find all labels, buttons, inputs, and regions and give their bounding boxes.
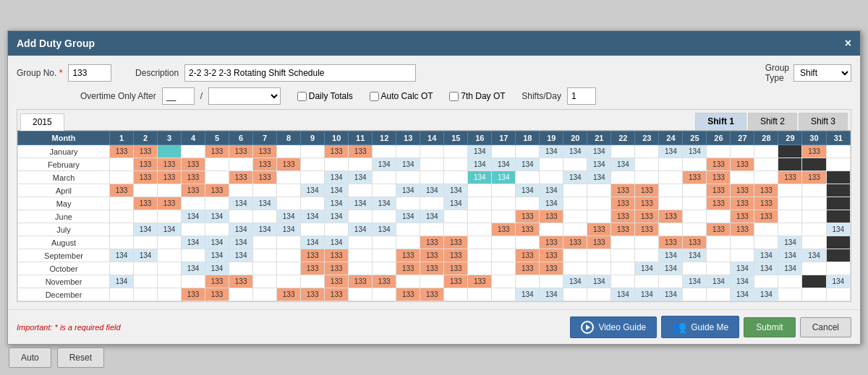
day-cell-october-8[interactable]: [277, 262, 301, 275]
day-cell-july-11[interactable]: 134: [349, 223, 373, 236]
day-cell-august-17[interactable]: [492, 236, 516, 249]
day-cell-august-1[interactable]: [110, 236, 134, 249]
day-cell-february-27[interactable]: 133: [731, 158, 754, 171]
day-cell-april-2[interactable]: [134, 184, 158, 197]
day-cell-march-12[interactable]: [373, 171, 396, 184]
day-cell-june-31[interactable]: [826, 210, 851, 223]
day-cell-october-3[interactable]: [158, 262, 182, 275]
day-cell-august-28[interactable]: [754, 236, 778, 249]
day-cell-january-13[interactable]: [396, 145, 420, 158]
day-cell-april-11[interactable]: [349, 184, 373, 197]
day-cell-december-17[interactable]: [492, 288, 516, 301]
day-cell-july-16[interactable]: [468, 223, 492, 236]
day-cell-march-6[interactable]: 133: [229, 171, 253, 184]
day-cell-february-31[interactable]: [826, 158, 851, 171]
day-cell-june-1[interactable]: [110, 210, 134, 223]
day-cell-july-13[interactable]: [396, 223, 420, 236]
day-cell-november-20[interactable]: 134: [563, 275, 587, 288]
day-cell-april-14[interactable]: 134: [420, 184, 444, 197]
day-cell-may-21[interactable]: [587, 197, 611, 210]
day-cell-october-17[interactable]: [492, 262, 516, 275]
day-cell-june-27[interactable]: 133: [731, 210, 754, 223]
day-cell-september-13[interactable]: 133: [396, 249, 420, 262]
day-cell-february-4[interactable]: 133: [182, 158, 205, 171]
day-cell-april-27[interactable]: 133: [731, 184, 754, 197]
day-cell-november-13[interactable]: [396, 275, 420, 288]
day-cell-september-19[interactable]: 133: [540, 249, 563, 262]
day-cell-may-18[interactable]: [516, 197, 540, 210]
day-cell-march-22[interactable]: [611, 171, 635, 184]
day-cell-october-19[interactable]: 133: [540, 262, 563, 275]
video-guide-button[interactable]: Video Guide: [570, 316, 657, 338]
day-cell-february-7[interactable]: 133: [253, 158, 277, 171]
day-cell-may-4[interactable]: [182, 197, 205, 210]
day-cell-july-15[interactable]: [444, 223, 468, 236]
day-cell-july-28[interactable]: [754, 223, 778, 236]
day-cell-september-27[interactable]: [731, 249, 754, 262]
day-cell-december-18[interactable]: 134: [516, 288, 540, 301]
day-cell-september-15[interactable]: 133: [444, 249, 468, 262]
day-cell-december-5[interactable]: 133: [205, 288, 229, 301]
day-cell-august-2[interactable]: [134, 236, 158, 249]
day-cell-february-29[interactable]: [778, 158, 802, 171]
day-cell-august-27[interactable]: [731, 236, 754, 249]
day-cell-march-3[interactable]: 133: [158, 171, 182, 184]
day-cell-january-24[interactable]: 134: [659, 145, 683, 158]
day-cell-april-13[interactable]: 134: [396, 184, 420, 197]
daily-totals-checkbox[interactable]: [297, 92, 307, 101]
day-cell-july-26[interactable]: 133: [707, 223, 731, 236]
day-cell-september-14[interactable]: 133: [420, 249, 444, 262]
day-cell-june-17[interactable]: [492, 210, 516, 223]
day-cell-march-31[interactable]: [826, 171, 851, 184]
group-no-input[interactable]: [68, 64, 111, 82]
day-cell-november-9[interactable]: [301, 275, 325, 288]
day-cell-july-19[interactable]: [540, 223, 563, 236]
day-cell-june-5[interactable]: 134: [205, 210, 229, 223]
day-cell-june-23[interactable]: 133: [635, 210, 659, 223]
day-cell-january-27[interactable]: [731, 145, 754, 158]
day-cell-october-2[interactable]: [134, 262, 158, 275]
day-cell-august-11[interactable]: [349, 236, 373, 249]
day-cell-june-6[interactable]: [229, 210, 253, 223]
day-cell-august-18[interactable]: [516, 236, 540, 249]
day-cell-november-3[interactable]: [158, 275, 182, 288]
day-cell-july-18[interactable]: 133: [516, 223, 540, 236]
day-cell-september-9[interactable]: 133: [301, 249, 325, 262]
day-cell-june-29[interactable]: [778, 210, 802, 223]
day-cell-may-17[interactable]: [492, 197, 516, 210]
day-cell-june-9[interactable]: 134: [301, 210, 325, 223]
day-cell-march-14[interactable]: [420, 171, 444, 184]
day-cell-may-6[interactable]: 134: [229, 197, 253, 210]
day-cell-november-2[interactable]: [134, 275, 158, 288]
day-cell-february-5[interactable]: [205, 158, 229, 171]
day-cell-december-10[interactable]: 133: [325, 288, 349, 301]
day-cell-december-8[interactable]: 133: [277, 288, 301, 301]
day-cell-august-16[interactable]: [468, 236, 492, 249]
day-cell-june-3[interactable]: [158, 210, 182, 223]
day-cell-july-5[interactable]: [205, 223, 229, 236]
day-cell-november-10[interactable]: 133: [325, 275, 349, 288]
day-cell-august-21[interactable]: 133: [587, 236, 611, 249]
day-cell-november-24[interactable]: [659, 275, 683, 288]
day-cell-march-27[interactable]: [731, 171, 754, 184]
day-cell-october-21[interactable]: [587, 262, 611, 275]
day-cell-october-28[interactable]: 134: [754, 262, 778, 275]
day-cell-may-29[interactable]: [778, 197, 802, 210]
day-cell-march-29[interactable]: 133: [778, 171, 802, 184]
day-cell-may-23[interactable]: 133: [635, 197, 659, 210]
day-cell-september-24[interactable]: 134: [659, 249, 683, 262]
day-cell-january-6[interactable]: 133: [229, 145, 253, 158]
day-cell-june-18[interactable]: 133: [516, 210, 540, 223]
day-cell-august-22[interactable]: [611, 236, 635, 249]
day-cell-june-21[interactable]: [587, 210, 611, 223]
day-cell-april-12[interactable]: [373, 184, 396, 197]
day-cell-february-12[interactable]: 134: [373, 158, 396, 171]
day-cell-september-16[interactable]: [468, 249, 492, 262]
day-cell-september-11[interactable]: [349, 249, 373, 262]
day-cell-september-28[interactable]: 134: [754, 249, 778, 262]
day-cell-january-11[interactable]: 133: [349, 145, 373, 158]
close-button[interactable]: ×: [845, 37, 851, 50]
day-cell-june-14[interactable]: 134: [420, 210, 444, 223]
day-cell-december-15[interactable]: [444, 288, 468, 301]
day-cell-february-30[interactable]: [802, 158, 826, 171]
